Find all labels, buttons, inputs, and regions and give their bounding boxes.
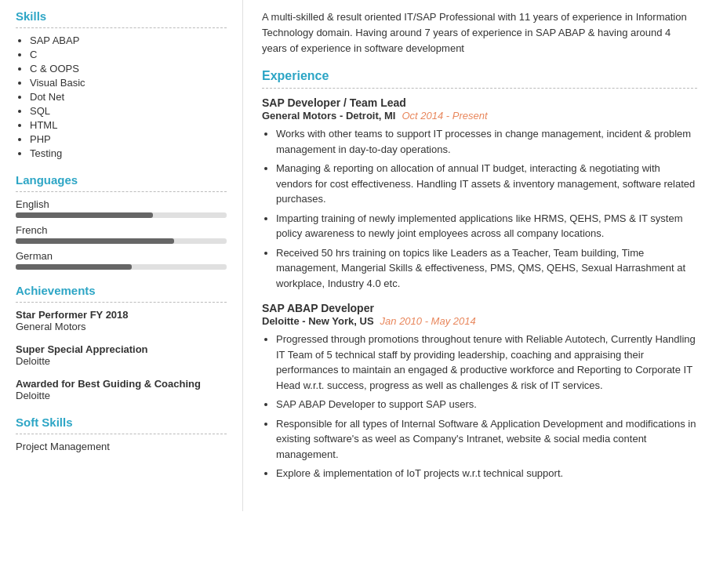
skill-item: PHP — [30, 133, 227, 145]
achievement-title: Star Performer FY 2018 — [16, 309, 227, 321]
skills-title: Skills — [16, 9, 227, 23]
job-block: SAP Developer / Team LeadGeneral Motors … — [262, 96, 697, 291]
achievement-org: Deloitte — [16, 390, 227, 401]
job-bullet: Imparting training of newly implemented … — [276, 211, 697, 241]
jobs-list: SAP Developer / Team LeadGeneral Motors … — [262, 96, 697, 481]
languages-list: English French German — [16, 198, 227, 270]
job-title: SAP ABAP Developer — [262, 302, 697, 314]
job-bullet: Explore & implementation of IoT projects… — [276, 466, 697, 481]
achievement-title: Super Special Appreciation — [16, 343, 227, 355]
achievement-item: Awarded for Best Guiding & Coaching Delo… — [16, 378, 227, 401]
job-bullets: Works with other teams to support IT pro… — [262, 126, 697, 291]
skills-divider — [16, 27, 227, 28]
language-name: English — [16, 198, 227, 210]
experience-divider — [262, 88, 697, 89]
achievement-item: Super Special Appreciation Deloitte — [16, 343, 227, 367]
job-bullets: Progressed through promotions throughout… — [262, 332, 697, 481]
soft-skills-divider — [16, 434, 227, 434]
skill-item: Visual Basic — [30, 77, 227, 89]
job-title: SAP Developer / Team Lead — [262, 96, 697, 109]
job-bullet: Responsible for all types of Internal So… — [276, 416, 697, 463]
skill-item: HTML — [30, 119, 227, 131]
language-name: French — [16, 224, 227, 236]
languages-section: Languages English French German — [16, 173, 227, 270]
summary-text: A multi-skilled & result oriented IT/SAP… — [262, 9, 697, 56]
job-company-line: Deloitte - New York, USJan 2010 - May 20… — [262, 315, 697, 327]
language-bar-bg — [16, 264, 227, 270]
soft-skills-section: Soft Skills Project Management — [16, 416, 227, 452]
language-bar-fill — [16, 264, 132, 270]
job-bullet: Works with other teams to support IT pro… — [276, 126, 697, 157]
job-company: General Motors - Detroit, MI — [262, 110, 395, 122]
resume-container: Skills SAP ABAPCC & OOPSVisual BasicDot … — [0, 0, 716, 511]
skill-item: SAP ABAP — [30, 34, 227, 46]
job-bullet: Managing & reporting on allocation of an… — [276, 161, 697, 207]
job-company: Deloitte - New York, US — [262, 315, 374, 327]
language-bar-fill — [16, 212, 153, 218]
achievement-org: General Motors — [16, 321, 227, 332]
soft-skills-list: Project Management — [16, 441, 227, 452]
achievements-title: Achievements — [16, 284, 227, 297]
language-name: German — [16, 250, 227, 262]
job-bullet: Progressed through promotions throughout… — [276, 332, 697, 393]
soft-skill-item: Project Management — [16, 441, 227, 452]
language-bar-bg — [16, 212, 227, 218]
language-item: English — [16, 198, 227, 218]
skill-item: Dot Net — [30, 91, 227, 103]
sidebar: Skills SAP ABAPCC & OOPSVisual BasicDot … — [0, 0, 243, 511]
achievement-org: Deloitte — [16, 355, 227, 367]
experience-title: Experience — [262, 69, 697, 83]
experience-section: Experience SAP Developer / Team LeadGene… — [262, 69, 697, 481]
skills-section: Skills SAP ABAPCC & OOPSVisual BasicDot … — [16, 9, 227, 159]
languages-title: Languages — [16, 173, 227, 187]
achievements-list: Star Performer FY 2018 General Motors Su… — [16, 309, 227, 401]
job-bullet: SAP ABAP Developer to support SAP users. — [276, 397, 697, 412]
job-block: SAP ABAP DeveloperDeloitte - New York, U… — [262, 302, 697, 481]
language-item: French — [16, 224, 227, 244]
main-content: A multi-skilled & result oriented IT/SAP… — [243, 0, 716, 511]
language-item: German — [16, 250, 227, 270]
skill-item: C & OOPS — [30, 63, 227, 74]
job-date: Oct 2014 - Present — [402, 110, 487, 122]
skill-item: SQL — [30, 105, 227, 117]
achievement-title: Awarded for Best Guiding & Coaching — [16, 378, 227, 390]
job-company-line: General Motors - Detroit, MIOct 2014 - P… — [262, 110, 697, 122]
skill-item: C — [30, 49, 227, 60]
language-bar-bg — [16, 238, 227, 244]
skills-list: SAP ABAPCC & OOPSVisual BasicDot NetSQLH… — [16, 34, 227, 159]
job-bullet: Received 50 hrs training on topics like … — [276, 245, 697, 292]
languages-divider — [16, 191, 227, 192]
soft-skills-title: Soft Skills — [16, 416, 227, 429]
achievement-item: Star Performer FY 2018 General Motors — [16, 309, 227, 332]
skill-item: Testing — [30, 147, 227, 159]
job-date: Jan 2010 - May 2014 — [380, 315, 476, 327]
achievements-section: Achievements Star Performer FY 2018 Gene… — [16, 284, 227, 401]
language-bar-fill — [16, 238, 174, 244]
achievements-divider — [16, 302, 227, 303]
